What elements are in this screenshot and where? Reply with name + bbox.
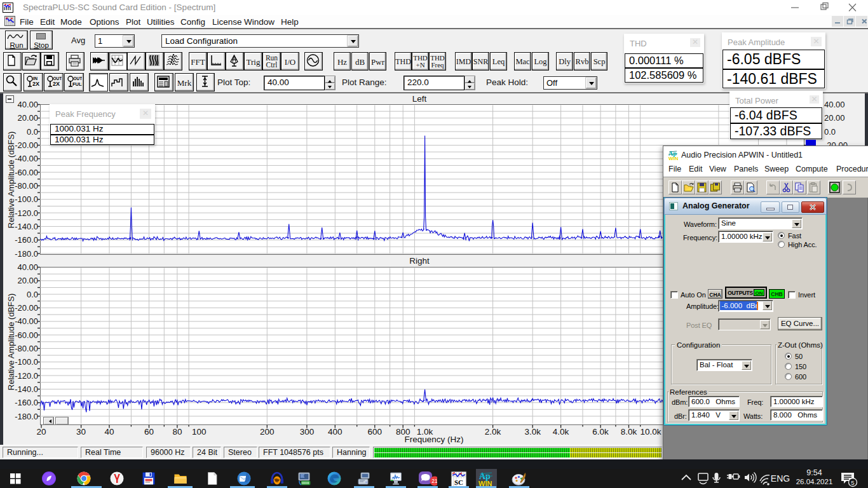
svg-text:SC: SC	[454, 478, 463, 486]
svg-text:WIN: WIN	[668, 156, 678, 161]
svg-text:21: 21	[431, 478, 437, 484]
svg-text:5: 5	[851, 479, 854, 486]
